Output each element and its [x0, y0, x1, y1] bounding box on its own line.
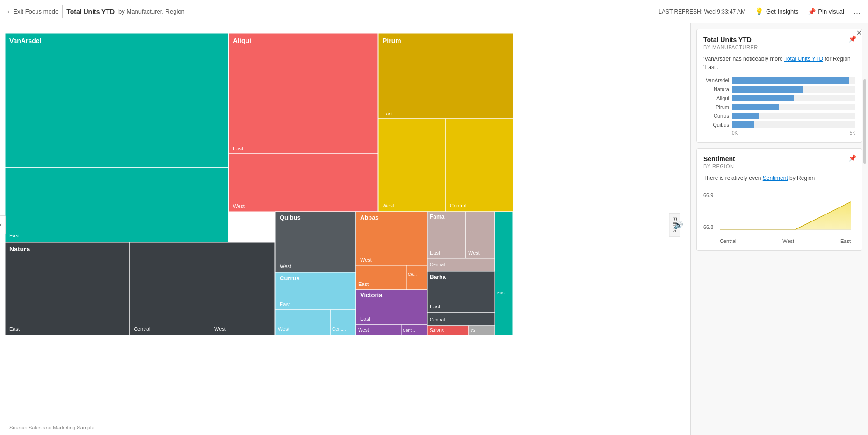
- cell-label-barba-east: East: [430, 304, 440, 309]
- scrollbar[interactable]: [863, 79, 866, 164]
- treemap-cell-pirum-east[interactable]: [378, 33, 513, 119]
- treemap-cell-natura-east[interactable]: [5, 242, 130, 335]
- treemap-cell-vanarsdel-central[interactable]: [5, 33, 228, 168]
- insights-card-subtitle: BY MANUFACTURER: [703, 44, 855, 50]
- cell-label-currus-west: West: [278, 326, 289, 332]
- bar-row-pirum: Pirum: [703, 104, 855, 110]
- last-refresh-label: LAST REFRESH: Wed 9:33:47 AM: [658, 8, 745, 15]
- cell-label-barba-central: Central: [430, 317, 445, 322]
- cell-label-currus: Currus: [280, 275, 300, 282]
- bar-fill-natura: [732, 86, 803, 93]
- sentiment-svg: [720, 190, 851, 235]
- topbar-left: ‹ Exit Focus mode Total Units YTD by Man…: [7, 5, 185, 18]
- cell-label-vanarsdel: VanArsdel: [9, 37, 41, 44]
- cell-label-fama-west: West: [468, 250, 480, 256]
- cell-label-victoria: Victoria: [360, 292, 383, 299]
- treemap-cell-pirum-west[interactable]: [378, 119, 446, 212]
- sentiment-card-subtitle: BY REGION: [703, 164, 855, 169]
- bar-row-natura: Natura: [703, 86, 855, 93]
- page-subtitle: by Manufacturer, Region: [118, 8, 185, 15]
- bar-row-aliqui: Aliqui: [703, 95, 855, 101]
- cell-label-barba: Barba: [430, 274, 446, 280]
- cell-label-quibus: Quibus: [280, 214, 301, 221]
- sentiment-card-description: There is relatively even Sentiment by Re…: [703, 174, 855, 182]
- cell-label-natura: Natura: [9, 245, 30, 253]
- cell-label-abbas: Abbas: [360, 214, 379, 221]
- cell-label-aliqui: Aliqui: [233, 37, 251, 44]
- more-options-button[interactable]: ...: [854, 7, 861, 16]
- cell-label-abbas-ce: Ce...: [408, 272, 417, 277]
- back-icon: ‹: [7, 8, 9, 15]
- audio-icon[interactable]: 🔊: [674, 220, 683, 229]
- right-panel: × 📌 Total Units YTD BY MANUFACTURER 'Van…: [690, 23, 868, 435]
- cell-label-abbas-east: East: [358, 281, 369, 287]
- cell-label-natura-east: East: [9, 326, 20, 332]
- cell-label-salvus-cen: Cen...: [471, 328, 482, 333]
- treemap-cell-pirum-central[interactable]: [446, 119, 513, 212]
- treemap-cell-natura-west[interactable]: [210, 242, 275, 335]
- cell-label-natura-central: Central: [134, 326, 150, 332]
- pin-card-button[interactable]: 📌: [848, 35, 856, 43]
- cell-label-vanarsdel-east: East: [9, 233, 20, 238]
- treemap-cell-aliqui-east[interactable]: [229, 33, 378, 154]
- cell-label-abbas-west: West: [360, 257, 372, 263]
- source-text: Source: Sales and Marketing Sample: [5, 421, 686, 430]
- bar-chart: VanArsdel Natura Aliqui Pirum Currus: [703, 77, 855, 135]
- sentiment-link[interactable]: Sentiment: [763, 175, 788, 181]
- treemap-cell-vanarsdel-east[interactable]: [5, 168, 228, 242]
- pin-visual-button[interactable]: 📌 Pin visual: [808, 8, 844, 15]
- cell-label-currus-east: East: [280, 301, 290, 307]
- cell-label-fama: Fama: [430, 214, 445, 220]
- pin-sentiment-button[interactable]: 📌: [848, 154, 856, 162]
- sentiment-area: [720, 193, 851, 230]
- bar-axis: 0K 5K: [703, 130, 855, 135]
- bar-fill-pirum: [732, 104, 779, 110]
- main-layout: ‹ 🔊 Filters VanArsdel East Central West: [0, 23, 868, 435]
- chart-area: ‹ 🔊 Filters VanArsdel East Central West: [0, 23, 690, 435]
- treemap-cell-natura-central[interactable]: [130, 242, 210, 335]
- cell-label-pirum-central: Central: [450, 203, 466, 208]
- sentiment-area-chart: 66.9 66.8: [703, 188, 855, 244]
- bar-fill-quibus: [732, 121, 754, 128]
- cell-label-currus-central: Cent...: [332, 327, 346, 332]
- cell-label-quibus-west: West: [280, 264, 291, 269]
- cell-label-aliqui-east: East: [233, 146, 243, 151]
- insights-card-title: Total Units YTD: [703, 36, 855, 43]
- treemap-cell-abbas-ce[interactable]: [406, 265, 427, 290]
- insights-link[interactable]: Total Units YTD: [784, 56, 823, 62]
- cell-label-natura-west: West: [214, 326, 226, 332]
- bar-fill-aliqui: [732, 95, 794, 101]
- pin-icon: 📌: [808, 8, 816, 15]
- cell-label-salvus: Salvus: [430, 328, 444, 333]
- close-panel-button[interactable]: ×: [856, 28, 861, 38]
- insights-card-total-units: 📌 Total Units YTD BY MANUFACTURER 'VanAr…: [696, 29, 862, 143]
- bar-row-quibus: Quibus: [703, 121, 855, 128]
- bar-row-vanarsdel: VanArsdel: [703, 77, 855, 84]
- treemap-cell-aliqui-west[interactable]: [229, 154, 378, 212]
- cell-label-aliqui-west: West: [233, 203, 245, 209]
- insights-card-description: 'VanArsdel' has noticeably more Total Un…: [703, 55, 855, 71]
- sentiment-y-labels: 66.9 66.8: [703, 193, 713, 230]
- cell-label-fama-central: Central: [430, 262, 445, 267]
- insights-card-sentiment: 📌 Sentiment BY REGION There is relativel…: [696, 148, 862, 251]
- cell-label-fama-east: East: [430, 250, 440, 256]
- bar-fill-currus: [732, 113, 759, 119]
- sentiment-card-title: Sentiment: [703, 155, 855, 163]
- exit-focus-button[interactable]: Exit Focus mode: [13, 8, 58, 15]
- cell-label-pirum-west: West: [383, 203, 394, 208]
- lightbulb-icon: 💡: [755, 7, 764, 16]
- bar-row-currus: Currus: [703, 113, 855, 119]
- cell-label-victoria-east: East: [360, 316, 370, 321]
- sentiment-x-labels: Central West East: [720, 238, 851, 244]
- cell-label-pirum-east: East: [383, 111, 393, 116]
- topbar: ‹ Exit Focus mode Total Units YTD by Man…: [0, 0, 868, 23]
- collapse-panel-button[interactable]: ‹: [0, 215, 6, 234]
- page-title: Total Units YTD: [66, 8, 115, 15]
- treemap-container: ‹ 🔊 Filters VanArsdel East Central West: [5, 33, 686, 416]
- get-insights-button[interactable]: 💡 Get Insights: [755, 7, 798, 16]
- cell-label-leo-east: East: [497, 291, 506, 295]
- topbar-right: LAST REFRESH: Wed 9:33:47 AM 💡 Get Insig…: [658, 7, 861, 16]
- topbar-divider: [62, 5, 63, 18]
- cell-label-pirum: Pirum: [383, 37, 401, 44]
- treemap-cell-leo-east[interactable]: [495, 212, 513, 335]
